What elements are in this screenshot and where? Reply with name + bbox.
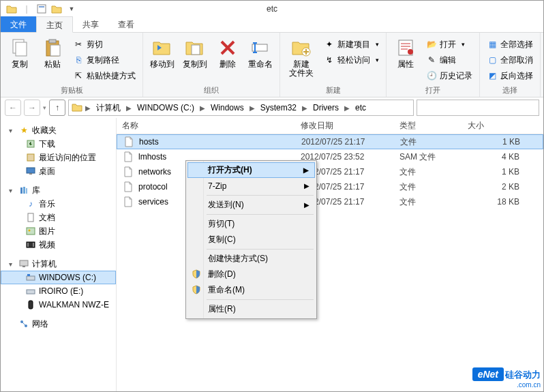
ctx-rename[interactable]: 重命名(M) bbox=[187, 282, 315, 298]
breadcrumb[interactable]: ▶ 计算机 ▶ WINDOWS (C:) ▶ Windows ▶ System3… bbox=[68, 100, 414, 116]
tree-drive-e[interactable]: IROIRO (E:) bbox=[1, 284, 116, 298]
ctx-copy[interactable]: 复制(C) bbox=[187, 232, 315, 247]
file-row[interactable]: protocol2012/07/25 21:17文件2 KB bbox=[117, 179, 543, 194]
ctx-send-to[interactable]: 发送到(N)▶ bbox=[187, 197, 315, 213]
ctx-7zip[interactable]: 7-Zip▶ bbox=[187, 178, 315, 194]
tab-share[interactable]: 共享 bbox=[73, 16, 108, 32]
file-size: 18 KB bbox=[462, 197, 530, 207]
tab-view[interactable]: 查看 bbox=[108, 16, 144, 32]
file-row[interactable]: services2012/07/25 21:17文件18 KB bbox=[117, 194, 543, 209]
recent-dropdown-icon[interactable]: ▾ bbox=[43, 104, 46, 111]
move-to-icon bbox=[151, 37, 173, 59]
copy-icon bbox=[9, 37, 31, 59]
chevron-right-icon[interactable]: ▶ bbox=[198, 104, 207, 112]
folder-icon bbox=[72, 102, 82, 114]
properties-icon[interactable] bbox=[35, 3, 48, 15]
ribbon-group-new: 新建 文件夹 ✦新建项目▾ ↯轻松访问▾ 新建 bbox=[280, 33, 387, 97]
chevron-right-icon[interactable]: ▶ bbox=[84, 104, 92, 112]
svg-rect-15 bbox=[29, 173, 32, 175]
paste-shortcut-button[interactable]: ⇱粘贴快捷方式 bbox=[70, 68, 138, 83]
search-input[interactable] bbox=[417, 100, 539, 116]
chevron-right-icon[interactable]: ▶ bbox=[301, 104, 309, 112]
paste-button[interactable]: 粘贴 bbox=[37, 35, 67, 70]
rename-button[interactable]: 重命名 bbox=[245, 35, 275, 70]
delete-button[interactable]: 删除 bbox=[213, 35, 243, 70]
chevron-down-icon: ▾ bbox=[9, 260, 16, 268]
tree-videos[interactable]: 视频 bbox=[1, 238, 116, 252]
svg-point-21 bbox=[29, 230, 31, 232]
chevron-right-icon[interactable]: ▶ bbox=[343, 104, 351, 112]
select-all-button[interactable]: ▦全部选择 bbox=[484, 37, 536, 52]
chevron-right-icon[interactable]: ▶ bbox=[125, 104, 133, 112]
ctx-open-with[interactable]: 打开方式(H)▶ bbox=[187, 162, 315, 178]
recent-icon bbox=[25, 152, 36, 163]
svg-rect-18 bbox=[26, 188, 27, 194]
file-size: 2 KB bbox=[462, 182, 530, 192]
file-row[interactable]: lmhosts2012/07/25 23:52SAM 文件4 KB bbox=[117, 149, 543, 164]
easy-access-button[interactable]: ↯轻松访问▾ bbox=[321, 52, 382, 67]
new-folder-button[interactable]: 新建 文件夹 bbox=[284, 35, 318, 79]
tree-recent[interactable]: 最近访问的位置 bbox=[1, 151, 116, 164]
move-to-button[interactable]: 移动到 bbox=[147, 35, 177, 70]
column-headers: 名称 修改日期 类型 大小 bbox=[117, 118, 543, 134]
tree-downloads[interactable]: 下载 bbox=[1, 137, 116, 151]
nav-back-button[interactable]: ← bbox=[5, 100, 21, 116]
chevron-right-icon: ▶ bbox=[304, 182, 309, 190]
tab-file[interactable]: 文件 bbox=[1, 16, 36, 32]
file-size: 1 KB bbox=[462, 167, 530, 177]
ctx-cut[interactable]: 剪切(T) bbox=[187, 216, 315, 232]
file-type: SAM 文件 bbox=[394, 151, 462, 163]
file-name: lmhosts bbox=[138, 152, 166, 162]
new-item-button[interactable]: ✦新建项目▾ bbox=[321, 37, 382, 52]
tree-libraries[interactable]: ▾库 bbox=[1, 183, 116, 197]
edit-button[interactable]: ✎编辑 bbox=[423, 52, 475, 67]
ctx-delete[interactable]: 删除(D) bbox=[187, 267, 315, 282]
tab-home[interactable]: 主页 bbox=[36, 16, 73, 33]
tree-computer[interactable]: ▾计算机 bbox=[1, 257, 116, 271]
tree-drive-c[interactable]: WINDOWS (C:) bbox=[1, 271, 116, 284]
tree-network[interactable]: 网络 bbox=[1, 317, 116, 331]
open-button[interactable]: 📂打开▾ bbox=[423, 37, 475, 52]
tree-favorites[interactable]: ▾★收藏夹 bbox=[1, 123, 116, 137]
new-item-icon: ✦ bbox=[324, 39, 335, 50]
crumb-etc[interactable]: etc bbox=[352, 103, 369, 112]
tree-walkman[interactable]: WALKMAN NWZ-E bbox=[1, 298, 116, 312]
tree-music[interactable]: ♪音乐 bbox=[1, 197, 116, 211]
col-name[interactable]: 名称 bbox=[117, 120, 295, 132]
qat-dropdown-icon[interactable]: ▼ bbox=[65, 3, 78, 15]
history-button[interactable]: 🕘历史记录 bbox=[423, 68, 475, 83]
crumb-windows[interactable]: Windows bbox=[208, 103, 247, 112]
watermark: eNet硅谷动力 .com.cn bbox=[472, 367, 541, 389]
file-row[interactable]: hosts2012/07/25 21:17文件1 KB bbox=[117, 134, 543, 149]
select-none-button[interactable]: ▢全部取消 bbox=[484, 52, 536, 67]
nav-up-button[interactable]: ↑ bbox=[49, 100, 65, 116]
copy-path-button[interactable]: ⎘复制路径 bbox=[70, 52, 138, 67]
file-icon bbox=[123, 166, 134, 177]
address-bar-row: ← → ▾ ↑ ▶ 计算机 ▶ WINDOWS (C:) ▶ Windows ▶… bbox=[1, 97, 543, 118]
col-date[interactable]: 修改日期 bbox=[295, 120, 394, 132]
crumb-drivers[interactable]: Drivers bbox=[310, 103, 342, 112]
col-size[interactable]: 大小 bbox=[462, 120, 530, 132]
rename-icon bbox=[250, 37, 271, 59]
copy-to-button[interactable]: 复制到 bbox=[180, 35, 210, 70]
cut-button[interactable]: ✂剪切 bbox=[70, 37, 138, 52]
crumb-system32[interactable]: System32 bbox=[258, 103, 299, 112]
ctx-properties[interactable]: 属性(R) bbox=[187, 301, 315, 317]
properties-button[interactable]: 属性 bbox=[391, 35, 421, 70]
new-folder-icon[interactable] bbox=[50, 3, 63, 15]
chevron-right-icon[interactable]: ▶ bbox=[248, 104, 256, 112]
tree-pictures[interactable]: 图片 bbox=[1, 224, 116, 238]
tree-documents[interactable]: 文档 bbox=[1, 211, 116, 224]
col-type[interactable]: 类型 bbox=[394, 120, 462, 132]
crumb-computer[interactable]: 计算机 bbox=[93, 102, 123, 114]
scissors-icon: ✂ bbox=[73, 39, 84, 50]
file-row[interactable]: networks2012/07/25 21:17文件1 KB bbox=[117, 164, 543, 179]
svg-rect-25 bbox=[20, 260, 28, 266]
invert-selection-button[interactable]: ◩反向选择 bbox=[484, 68, 536, 83]
new-folder-icon bbox=[290, 37, 312, 59]
crumb-drive[interactable]: WINDOWS (C:) bbox=[134, 103, 197, 112]
ctx-create-shortcut[interactable]: 创建快捷方式(S) bbox=[187, 251, 315, 267]
copy-button[interactable]: 复制 bbox=[5, 35, 35, 70]
tree-desktop[interactable]: 桌面 bbox=[1, 164, 116, 178]
paste-icon bbox=[42, 37, 63, 59]
